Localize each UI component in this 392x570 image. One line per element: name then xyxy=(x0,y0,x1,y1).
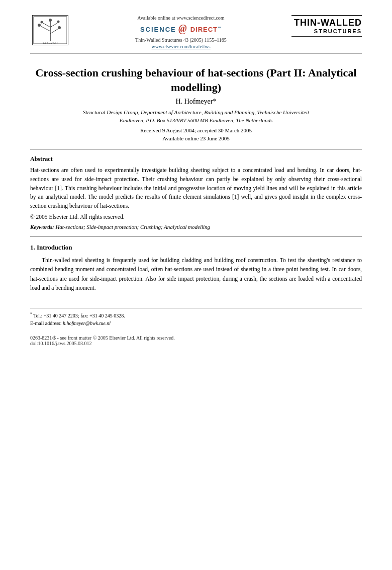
tws-bottom-line xyxy=(291,36,362,37)
journal-url[interactable]: www.elsevier.com/locate/tws xyxy=(75,44,286,49)
received-date: Received 9 August 2004; accepted 30 Marc… xyxy=(140,127,252,133)
abstract-label: Abstract xyxy=(30,155,362,163)
keywords-line: Keywords: Hat-sections; Side-impact prot… xyxy=(30,224,362,230)
keywords-text: Hat-sections; Side-impact protection; Cr… xyxy=(55,224,210,230)
affiliation: Structural Design Group, Department of A… xyxy=(30,109,362,124)
footer-note: * Tel.: +31 40 247 2203; fax: +31 40 245… xyxy=(30,311,362,327)
svg-line-5 xyxy=(50,23,57,27)
header: ELSEVIER Available online at www.science… xyxy=(30,15,362,49)
tws-title-line2: STRUCTURES xyxy=(291,28,362,34)
abstract-divider xyxy=(30,236,362,236)
footnote-tel: Tel.: +31 40 247 2203; fax: +31 40 245 0… xyxy=(33,313,125,318)
title-divider xyxy=(30,149,362,149)
author-name: H. Hofmeyer* xyxy=(30,98,362,106)
svg-line-3 xyxy=(50,29,58,34)
introduction-section: 1. Introduction Thin-walled steel sheeti… xyxy=(30,243,362,293)
tws-top-line xyxy=(291,15,362,16)
svg-point-10 xyxy=(49,19,52,22)
title-section: Cross-section crushing behaviour of hat-… xyxy=(30,66,362,143)
header-center: Available online at www.sciencedirect.co… xyxy=(70,15,291,49)
tws-title-line1: THIN-WALLED xyxy=(291,18,362,28)
copyright-code: 0263-8231/$ - see front matter © 2005 El… xyxy=(30,335,362,341)
svg-line-2 xyxy=(41,26,50,31)
tm-symbol: ™ xyxy=(218,26,222,30)
introduction-text: Thin-walled steel sheeting is frequently… xyxy=(30,256,362,293)
article-title: Cross-section crushing behaviour of hat-… xyxy=(30,66,362,95)
footer-section: * Tel.: +31 40 247 2203; fax: +31 40 245… xyxy=(30,308,362,346)
footer-bottom: 0263-8231/$ - see front matter © 2005 El… xyxy=(30,335,362,346)
svg-point-8 xyxy=(41,21,43,24)
introduction-heading: 1. Introduction xyxy=(30,243,362,252)
svg-point-9 xyxy=(57,21,60,23)
svg-point-7 xyxy=(58,26,61,29)
svg-text:ELSEVIER: ELSEVIER xyxy=(43,41,58,44)
keywords-label: Keywords: xyxy=(30,224,54,230)
journal-ref: Thin-Walled Structures 43 (2005) 1155–11… xyxy=(75,37,286,43)
dates: Received 9 August 2004; accepted 30 Marc… xyxy=(30,126,362,143)
at-symbol: @ xyxy=(178,23,190,34)
elsevier-logo: ELSEVIER xyxy=(30,15,70,45)
science-label: SCIENCE xyxy=(140,26,176,33)
affiliation-line2: Eindhoven, P.O. Box 513/VRT 5600 MB Eind… xyxy=(120,117,273,123)
elsevier-logo-image: ELSEVIER xyxy=(32,15,68,45)
svg-line-4 xyxy=(43,23,50,27)
available-text: Available online at www.sciencedirect.co… xyxy=(75,15,286,21)
abstract-section: Abstract Hat-sections are often used to … xyxy=(30,155,362,230)
sciencedirect-logo: SCIENCE @ DIRECT™ xyxy=(75,23,286,34)
footnote-email[interactable]: h.hofmeyer@bwk.tue.nl xyxy=(63,320,111,326)
header-divider xyxy=(30,53,362,54)
doi: doi:10.1016/j.tws.2005.03.012 xyxy=(30,341,362,346)
tws-logo: THIN-WALLED STRUCTURES xyxy=(291,15,362,37)
abstract-text: Hat-sections are often used to experimen… xyxy=(30,166,362,211)
footnote-star: * xyxy=(30,312,32,316)
footnote-email-label: E-mail address: xyxy=(30,320,61,326)
affiliation-line1: Structural Design Group, Department of A… xyxy=(83,109,309,115)
abstract-copyright: © 2005 Elsevier Ltd. All rights reserved… xyxy=(30,214,362,220)
available-online-date: Available online 23 June 2005 xyxy=(162,135,230,141)
page: ELSEVIER Available online at www.science… xyxy=(0,0,392,570)
svg-point-6 xyxy=(38,24,41,27)
direct-label: DIRECT xyxy=(190,26,218,33)
